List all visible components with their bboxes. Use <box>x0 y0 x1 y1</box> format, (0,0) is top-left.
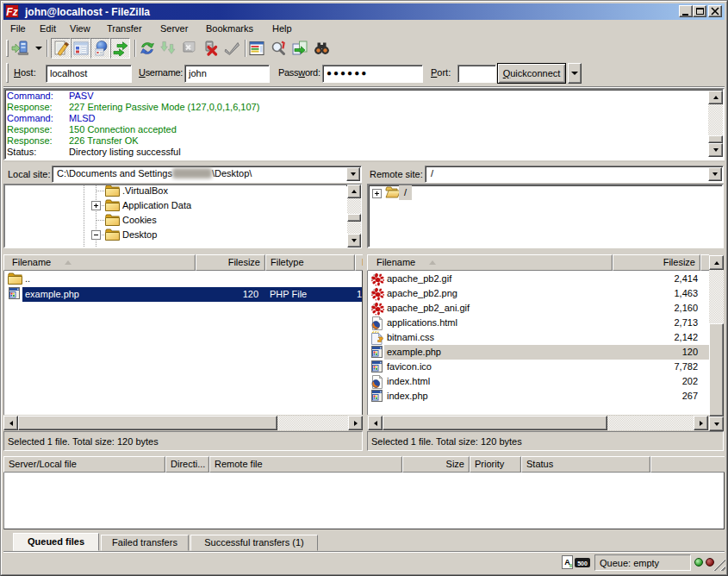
svg-text:Fz: Fz <box>6 6 17 18</box>
svg-text:500: 500 <box>577 560 588 567</box>
